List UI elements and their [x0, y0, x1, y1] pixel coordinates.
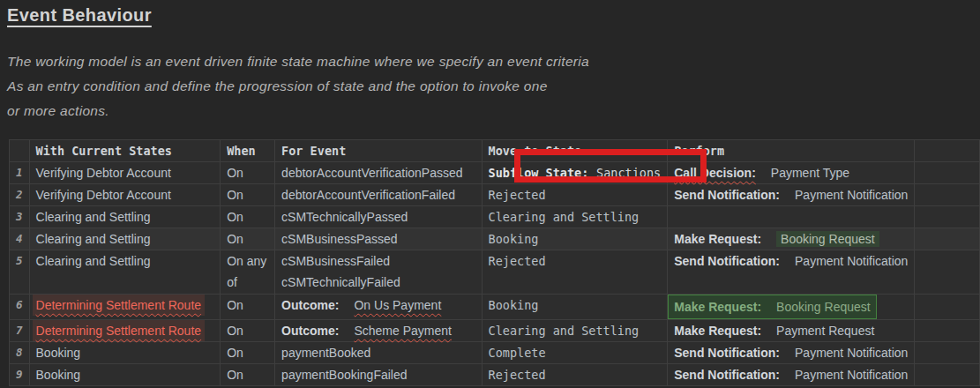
- perform-action-label: Send Notification:: [674, 188, 780, 202]
- page-title: Event Behaviour: [7, 5, 152, 26]
- when-cell: On: [221, 162, 275, 184]
- for-event-cell: Outcome:Scheme Payment: [275, 320, 482, 342]
- header-for-event: For Event: [275, 140, 482, 162]
- for-event-cell: Outcome:On Us Payment: [275, 295, 482, 320]
- perform-action-value: Payment Notification: [795, 368, 908, 382]
- move-to-state-cell: Clearing and Settling: [482, 320, 668, 342]
- table-row: 5 Clearing and Settling On any of cSMBus…: [10, 250, 980, 295]
- move-to-state-cell: Booking: [482, 295, 668, 320]
- current-state-cell: Determining Settlement Route: [29, 295, 221, 320]
- when-cell: On any of: [221, 250, 275, 295]
- for-event-cell: cSMTechnicallyPassed: [275, 206, 482, 228]
- when-cell: On: [221, 364, 275, 386]
- perform-action-label: Send Notification:: [674, 254, 780, 268]
- for-event-cell: cSMBusinessPassed: [275, 228, 482, 250]
- when-cell: On: [221, 228, 275, 250]
- empty-cell: [915, 206, 980, 228]
- intro-line-3: or more actions.: [7, 99, 589, 123]
- perform-action-value: Payment Request: [776, 324, 874, 338]
- perform-action-value: Payment Notification: [795, 346, 908, 360]
- for-event-cell: debtorAccountVerificationPassed: [275, 162, 482, 184]
- header-current-states: With Current States: [29, 140, 221, 162]
- table-row: 7 Determining Settlement Route On Outcom…: [10, 320, 980, 342]
- for-event-cell: paymentBooked: [275, 342, 482, 364]
- header-move-to-state: Move to State: [482, 140, 668, 162]
- header-when: When: [221, 140, 275, 162]
- current-state-cell: Clearing and Settling: [29, 206, 221, 228]
- event-name-line: cSMBusinessFailed: [281, 250, 475, 272]
- intro-line-2: As an entry condition and define the pro…: [7, 74, 589, 99]
- perform-cell: Call Decision:Payment Type: [668, 162, 915, 184]
- subflow-state-label: Subflow State:: [489, 166, 589, 180]
- row-number: 7: [10, 320, 30, 342]
- current-state-cell: Clearing and Settling: [29, 228, 221, 250]
- current-state-cell: Clearing and Settling: [29, 250, 221, 295]
- row-number: 8: [10, 342, 30, 364]
- perform-action-label: Make Request:: [674, 324, 761, 338]
- empty-cell: [915, 342, 980, 364]
- perform-cell: Send Notification:Payment Notification: [668, 250, 915, 295]
- row-number: 4: [10, 228, 30, 250]
- move-to-state-cell: Clearing and Settling: [482, 206, 668, 228]
- table-row: 6 Determining Settlement Route On Outcom…: [10, 295, 980, 320]
- intro-paragraph: The working model is an event driven fin…: [7, 49, 589, 123]
- row-number: 6: [10, 295, 30, 320]
- perform-action-value: Payment Type: [771, 166, 849, 180]
- perform-cell: Make Request:Booking Request: [668, 228, 915, 250]
- for-event-cell: debtorAccountVerificationFailed: [275, 184, 482, 206]
- empty-cell: [915, 250, 980, 295]
- perform-cell: Make Request:Payment Request: [668, 320, 915, 342]
- row-number: 3: [10, 206, 30, 228]
- row-number: 9: [10, 364, 30, 386]
- perform-cell: Send Notification:Payment Notification: [668, 184, 915, 206]
- row-number: 5: [10, 250, 30, 295]
- when-cell: On: [221, 320, 275, 342]
- empty-cell: [915, 364, 980, 386]
- intro-line-1: The working model is an event driven fin…: [7, 49, 589, 74]
- table-row: 8 Booking On paymentBooked Complete Send…: [10, 342, 980, 364]
- subflow-state-value: Sanctions: [596, 166, 661, 180]
- perform-action-value: Payment Notification: [795, 188, 908, 202]
- when-cell: On: [221, 184, 275, 206]
- current-state-cell: Verifying Debtor Account: [29, 184, 221, 206]
- current-state-cell: Booking: [29, 342, 221, 364]
- when-cell: On: [221, 295, 275, 320]
- empty-cell: [915, 184, 980, 206]
- for-event-cell: cSMBusinessFailed cSMTechnicallyFailed: [275, 250, 482, 295]
- move-to-state-cell: Rejected: [482, 364, 668, 386]
- move-to-state-cell: Complete: [482, 342, 668, 364]
- empty-cell: [915, 295, 980, 320]
- empty-cell: [915, 228, 980, 250]
- move-to-state-cell: Rejected: [482, 250, 668, 295]
- perform-action-value-inserted: Booking Request: [776, 231, 879, 247]
- outcome-value: On Us Payment: [354, 298, 441, 312]
- perform-action-value: Booking Request: [776, 300, 871, 314]
- outcome-label: Outcome:: [281, 298, 339, 312]
- perform-action-label: Send Notification:: [674, 346, 780, 360]
- empty-cell: [915, 162, 980, 184]
- table-row: 4 Clearing and Settling On cSMBusinessPa…: [10, 228, 980, 250]
- perform-cell: Send Notification:Payment Notification: [668, 364, 915, 386]
- perform-action-value: Payment Notification: [795, 254, 908, 268]
- perform-action-label: Make Request:: [674, 232, 761, 246]
- for-event-cell: paymentBookingFailed: [275, 364, 482, 386]
- table-row: 1 Verifying Debtor Account On debtorAcco…: [10, 162, 980, 184]
- when-cell: On: [221, 342, 275, 364]
- move-to-state-cell: Subflow State:Sanctions: [482, 162, 668, 184]
- perform-cell: [668, 206, 915, 228]
- empty-cell: [915, 320, 980, 342]
- perform-action-label: Call Decision:: [674, 166, 756, 180]
- row-number: 2: [10, 184, 30, 206]
- table-row: 9 Booking On paymentBookingFailed Reject…: [10, 364, 980, 386]
- table-row: 2 Verifying Debtor Account On debtorAcco…: [10, 184, 980, 206]
- current-state-cell: Determining Settlement Route: [29, 320, 221, 342]
- current-state-cell: Booking: [29, 364, 221, 386]
- current-state-flagged: Determining Settlement Route: [33, 295, 206, 316]
- current-state-flagged: Determining Settlement Route: [33, 320, 206, 341]
- event-name-line: cSMTechnicallyFailed: [281, 272, 475, 293]
- when-cell: On: [221, 206, 275, 228]
- perform-cell: Send Notification:Payment Notification: [668, 342, 915, 364]
- header-gutter: [10, 140, 30, 162]
- outcome-value: Scheme Payment: [354, 324, 452, 338]
- event-behaviour-table: With Current States When For Event Move …: [9, 139, 980, 386]
